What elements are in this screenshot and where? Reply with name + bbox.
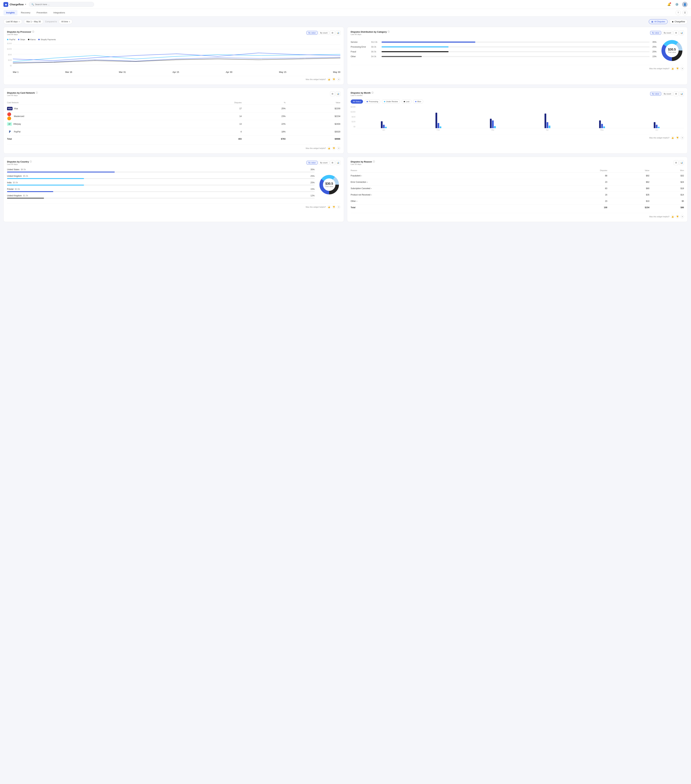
by-count-button[interactable]: By count [662,92,673,96]
avatar[interactable]: 👤 [682,2,688,7]
nav-item-recovery[interactable]: Recovery [18,10,33,15]
table-total-row: Total 100 $154 $86 [350,204,684,211]
by-value-button[interactable]: By value [650,92,661,96]
date-range-label: Mar 1 – May 30 [26,20,41,23]
info-icon[interactable]: ⓘ [388,30,390,33]
table-view-icon[interactable]: ⊞ [330,30,335,35]
thumbs-down-icon[interactable]: 👎 [676,136,679,140]
chargeflow-filter[interactable]: ◆ Chargeflow [670,19,688,24]
afterpay-logo: AP [7,122,12,126]
nav-item-prevention[interactable]: Prevention [34,10,50,15]
thumbs-up-icon[interactable]: 👍 [671,67,675,70]
by-count-button[interactable]: By count [318,161,329,165]
bar [599,120,601,128]
info-icon[interactable]: ⓘ [373,160,375,163]
logo[interactable]: ◆ Chargeflow ▾ [3,2,26,7]
table-view-icon[interactable]: ⊞ [674,91,678,96]
thumbs-up-icon[interactable]: 👍 [327,77,331,81]
by-count-button[interactable]: By count [662,31,673,35]
bar-group-jan [381,121,387,128]
help-icon[interactable]: ? [676,10,681,15]
country-section: United States $8.5k 35% United Kingdom $… [7,168,341,201]
bar-group-mar [490,119,496,128]
table-row: Other ▾ 23 $10 $5 [350,198,684,204]
table-view-icon[interactable]: ⊞ [674,160,678,165]
close-icon[interactable]: ✕ [681,215,684,218]
bar [549,125,550,128]
chart-legend: PayPal Stripe Klarna Shopify Payments [7,38,341,41]
bar [658,127,660,128]
status-processing[interactable]: Processing [364,99,380,104]
card-actions: By value By count ⊞ 📊 [306,30,341,35]
compare-filter[interactable]: All time ▾ [59,19,72,24]
thumbs-down-icon[interactable]: 👎 [676,67,679,70]
search-bar[interactable]: 🔍 [29,2,94,7]
reason-label-error-connection[interactable]: Error Connection ▾ [350,181,541,183]
thumbs-up-icon[interactable]: 👍 [327,205,331,209]
by-count-button[interactable]: By count [318,31,329,35]
dist-row-service: Service $12.0k 35% [350,41,656,43]
all-disputes-filter[interactable]: ▦ All Disputes [649,19,668,24]
table-view-icon[interactable]: ⊞ [674,30,678,35]
card-title-area: Disputes by Country ⓘ Last 90 days [7,160,32,168]
chart-view-icon[interactable]: 📊 [679,30,684,35]
date-range-filter[interactable]: Mar 1 – May 30 [24,19,43,24]
status-won[interactable]: Won [413,99,423,104]
table-icon: ▦ [652,20,653,23]
by-value-button[interactable]: By value [306,31,318,35]
close-icon[interactable]: ✕ [681,67,684,70]
country-bars: United States $8.5k 35% United Kingdom $… [7,168,314,201]
settings-gear-icon[interactable]: ⚙️ [674,2,679,7]
bar [656,125,658,128]
bar [436,113,437,128]
info-icon[interactable]: ⓘ [32,30,34,33]
thumbs-up-icon[interactable]: 👍 [327,147,331,150]
status-lost[interactable]: Lost [401,99,411,104]
info-icon[interactable]: ⓘ [30,160,32,163]
chart-view-icon[interactable]: 📊 [336,160,341,165]
thumbs-down-icon[interactable]: 👎 [332,147,336,150]
stripe-dot [18,39,20,40]
thumbs-down-icon[interactable]: 👎 [676,215,679,218]
by-value-button[interactable]: By value [650,31,661,35]
table-row: Fraudulent ▾ 88 $92 $32 [350,173,684,179]
thumbs-down-icon[interactable]: 👎 [332,205,336,209]
reason-label-product-not-received[interactable]: Product not Received ▾ [350,194,541,196]
reason-label-subscription[interactable]: Subcription Canceled ▾ [350,187,541,189]
nav-item-insights[interactable]: Insights [3,10,18,15]
thumbs-up-icon[interactable]: 👍 [671,215,675,218]
close-icon[interactable]: ✕ [337,205,341,209]
shopify-dot [38,39,39,40]
by-value-button[interactable]: By value [306,161,318,165]
reason-label-other[interactable]: Other ▾ [350,200,541,203]
chart-view-icon[interactable]: 📊 [336,30,341,35]
card-actions: ⊞ 📊 [330,91,341,96]
table-view-icon[interactable]: ⊞ [330,91,335,96]
chart-view-icon[interactable]: 📊 [679,160,684,165]
chart-view-icon[interactable]: 📊 [336,91,341,96]
status-under-review[interactable]: Under Review [382,99,400,104]
close-icon[interactable]: ✕ [337,147,341,150]
close-icon[interactable]: ✕ [681,136,684,140]
notification-bell-icon[interactable]: 🔔 [666,2,672,7]
menu-icon[interactable]: ☰ [683,10,688,15]
search-input[interactable] [35,3,92,6]
widget-footer: Was this widget helpful? 👍 👎 ✕ [350,213,684,218]
card-actions: By value By count ⊞ 📊 [650,30,684,35]
thumbs-up-icon[interactable]: 👍 [671,136,675,140]
info-icon[interactable]: ⓘ [36,91,38,94]
status-all[interactable]: All Status [350,99,363,104]
chevron-down-icon: ▾ [371,188,372,189]
review-dot [384,101,385,102]
period-filter[interactable]: Last 90 days ▾ [3,19,22,24]
thumbs-down-icon[interactable]: 👎 [332,77,336,81]
chart-view-icon[interactable]: 📊 [679,91,684,96]
widget-footer: Was this widget helpful? 👍 👎 ✕ [7,203,341,209]
x-label: Mar 1 [13,71,18,73]
table-view-icon[interactable]: ⊞ [330,160,335,165]
reason-label-fraudulent[interactable]: Fraudulent ▾ [350,175,541,177]
nav-item-integrations[interactable]: Integrations [51,10,68,15]
card-title-area: Disputes by Reason ⓘ Last 30 days [350,160,375,168]
info-icon[interactable]: ⓘ [372,91,373,94]
close-icon[interactable]: ✕ [337,77,341,81]
